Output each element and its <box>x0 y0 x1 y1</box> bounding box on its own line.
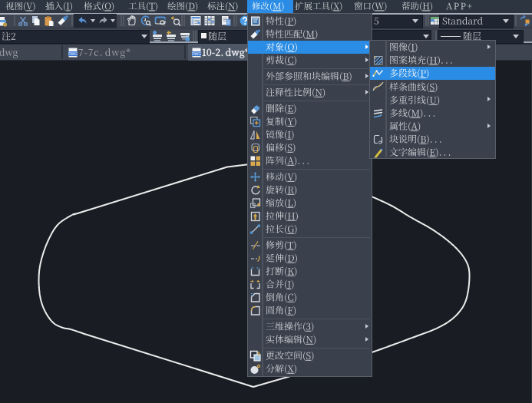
svg-text:DWG: DWG <box>192 51 201 56</box>
svg-text:DWG: DWG <box>68 51 78 56</box>
